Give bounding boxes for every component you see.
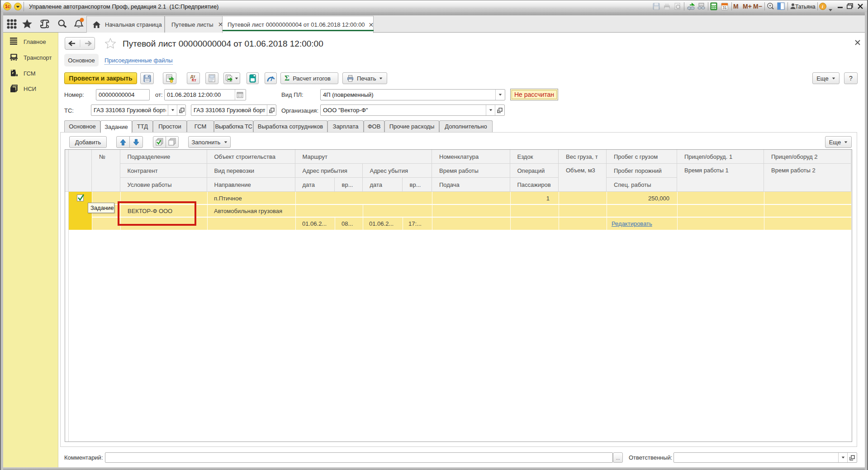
- svg-text:31: 31: [722, 5, 727, 10]
- svg-text:1с: 1с: [5, 4, 10, 9]
